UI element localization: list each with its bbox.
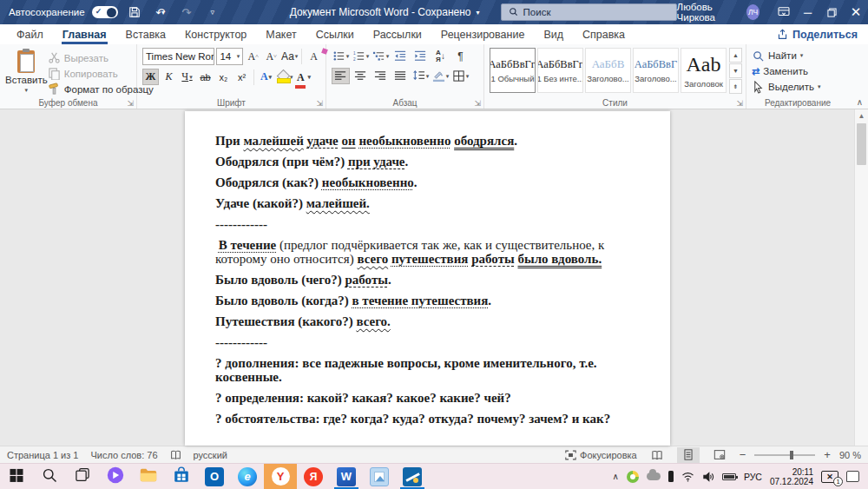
antivirus-icon[interactable] [627,471,639,483]
select-button[interactable]: Выделить▾ [752,79,845,95]
text-effects-button[interactable]: А▾ [258,69,274,85]
line-spacing-button[interactable]: ▾ [411,68,430,84]
battery-icon[interactable] [722,473,736,480]
multilevel-list-button[interactable]: ▾ [372,48,390,64]
zoom-slider-thumb[interactable] [790,451,793,459]
avatar[interactable]: ЛЧ [746,4,760,20]
italic-button[interactable]: K [161,69,177,85]
taskbar-app-yandex-browser[interactable]: Y [264,464,297,489]
focus-mode-button[interactable]: Фокусировка [565,450,637,460]
replace-button[interactable]: ⇄ Заменить [752,63,845,79]
align-right-button[interactable] [372,68,390,84]
taskbar-app-alice[interactable] [99,464,132,489]
print-layout-button[interactable] [677,447,700,463]
taskbar-app-outlook[interactable]: O [198,464,231,489]
numbering-button[interactable]: 12▾ [352,48,370,64]
ribbon-tab-0[interactable]: Файл [7,24,53,44]
shading-button[interactable]: ▾ [431,68,450,84]
ribbon-tab-8[interactable]: Вид [534,24,573,44]
taskbar-app-start[interactable] [0,464,33,489]
dialog-launcher-icon[interactable]: ⇲ [127,99,134,108]
justify-button[interactable] [391,68,410,84]
bold-button[interactable]: Ж [142,69,159,85]
style-card-4[interactable]: AabЗаголовок [681,48,727,93]
page-indicator[interactable]: Страница 1 из 1 [7,450,78,460]
document-page[interactable]: При малейшей удаче он необыкновенно обод… [185,111,670,446]
font-family-combobox[interactable]: Times New Ror▾ [142,48,214,65]
collapse-ribbon-button[interactable]: ∧ [857,97,863,107]
find-button[interactable]: Найти▾ [752,48,845,63]
language-indicator[interactable]: русский [194,450,227,460]
volume-icon[interactable] [702,472,714,482]
clock[interactable]: 20:1107.12.2024 [770,467,813,486]
ribbon-tab-5[interactable]: Ссылки [306,24,364,44]
minimize-button[interactable]: ─ [796,0,820,24]
sort-button[interactable]: АЯ↓ [431,48,450,64]
read-mode-button[interactable] [646,447,668,463]
dialog-launcher-icon[interactable]: ⇲ [316,99,323,108]
taskbar-app-photos[interactable] [363,464,396,489]
language-switcher[interactable]: РУС [744,472,762,482]
restore-button[interactable] [819,0,844,24]
style-card-2[interactable]: АаБбВЗаголово... [585,48,631,93]
strikethrough-button[interactable]: ab [197,69,214,85]
font-color-button[interactable]: А▾ [296,69,312,85]
ribbon-tab-9[interactable]: Справка [573,24,635,44]
user-name[interactable]: Любовь Чиркова [677,2,740,23]
borders-button[interactable]: ▾ [451,68,470,84]
dialog-launcher-icon[interactable]: ⇲ [736,99,743,108]
taskbar-app-explorer[interactable] [132,464,165,489]
align-left-button[interactable] [332,68,350,84]
styles-scroll-up-button[interactable]: ▲ [729,48,742,63]
taskbar-app-edge[interactable]: e [231,464,264,489]
styles-gallery-more-button[interactable]: ⇟ [729,79,742,94]
ribbon-display-options-icon[interactable] [772,0,796,24]
font-size-combobox[interactable]: 14▾ [216,48,243,65]
ribbon-tab-2[interactable]: Вставка [116,24,175,44]
save-icon[interactable] [125,3,144,22]
ribbon-tab-6[interactable]: Рассылки [364,24,431,44]
change-case-button[interactable]: Аа▾ [281,49,298,65]
taskbar-app-snipping[interactable] [396,464,429,489]
taskbar-app-search[interactable] [33,464,66,489]
zoom-in-button[interactable]: + [824,448,831,461]
bullets-button[interactable]: ▾ [332,48,350,64]
paste-button[interactable]: Вставить ▾ [5,48,48,95]
decrease-indent-button[interactable] [391,48,410,64]
taskbar-app-yandex[interactable]: Я [297,464,330,489]
close-button[interactable]: ✕ [844,0,868,24]
search-input[interactable]: Поиск [501,3,677,21]
web-layout-button[interactable] [708,447,731,463]
ribbon-tab-7[interactable]: Рецензирование [431,24,535,44]
clear-formatting-button[interactable]: А [306,49,322,65]
quick-access-more-icon[interactable]: ▿ [203,3,222,22]
codec-tray-icon[interactable]: ✕1 [821,471,838,483]
share-button[interactable]: Поделиться [777,24,858,44]
styles-scroll-down-button[interactable]: ▼ [729,63,742,78]
tray-overflow-icon[interactable]: ∧ [613,472,619,481]
increase-indent-button[interactable] [411,48,430,64]
shrink-font-button[interactable]: А˅ [263,49,279,65]
word-count[interactable]: Число слов: 76 [90,450,157,460]
highlight-color-button[interactable]: ▾ [276,69,294,85]
align-center-button[interactable] [352,68,370,84]
underline-button[interactable]: Ч▾ [179,69,195,85]
autosave-toggle[interactable]: ✓ [92,6,118,18]
ribbon-tab-3[interactable]: Конструктор [175,24,256,44]
usb-device-icon[interactable] [668,471,674,482]
zoom-out-button[interactable]: − [740,448,746,461]
taskbar-app-task-view[interactable] [66,464,99,489]
onedrive-icon[interactable] [647,472,661,480]
subscript-button[interactable]: x₂ [215,69,232,85]
superscript-button[interactable]: x² [233,69,250,85]
taskbar-app-word[interactable]: W [330,464,363,489]
undo-button[interactable]: ↶▾ [151,3,170,22]
scrollbar-thumb[interactable] [857,123,866,165]
action-center-icon[interactable] [846,471,859,482]
zoom-slider[interactable] [754,454,815,456]
taskbar-app-store[interactable] [165,464,198,489]
scroll-up-icon[interactable]: ▲ [855,109,868,120]
style-card-1[interactable]: АаБбВвГг,1 Без инте... [537,48,583,93]
dialog-launcher-icon[interactable]: ⇲ [474,99,481,108]
ribbon-tab-1[interactable]: Главная [53,24,116,44]
